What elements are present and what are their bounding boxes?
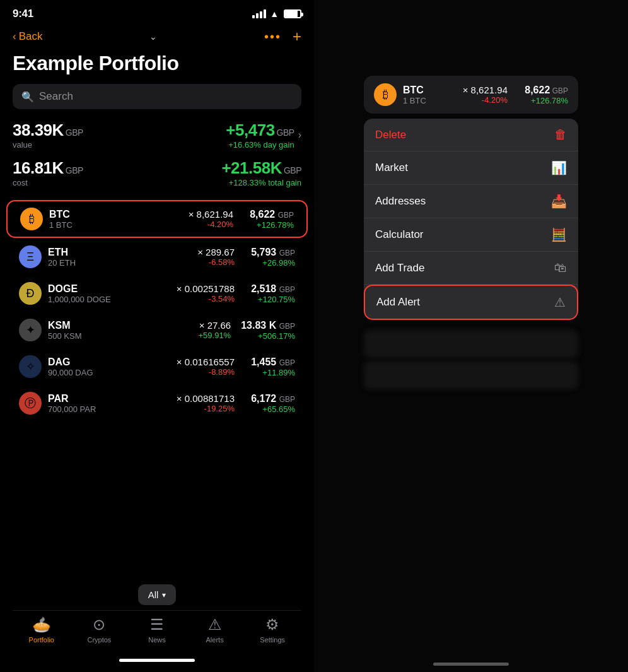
right-home-indicator: [433, 663, 509, 666]
portfolio-cost: 16.81KGBP: [13, 158, 83, 178]
context-item-icon: 📊: [551, 160, 567, 175]
crypto-name: DOGE: [48, 283, 141, 295]
crypto-amount: 700,000 PAR: [48, 404, 141, 414]
home-indicator: [119, 659, 195, 662]
crypto-multiplier: × 27.66: [139, 320, 231, 331]
btc-name: BTC: [403, 85, 455, 96]
alerts-tab-label: Alerts: [206, 636, 224, 644]
tab-news[interactable]: ☰ News: [138, 616, 176, 644]
battery-icon: [284, 9, 301, 18]
back-label: Back: [19, 30, 43, 43]
btc-change: -4.20%: [455, 95, 508, 105]
context-item-label: Addresses: [375, 195, 426, 208]
crypto-amount: 1,000,000 DOGE: [48, 295, 141, 304]
context-menu-item-add-trade[interactable]: Add Trade 🛍: [364, 252, 578, 285]
chevron-right-icon[interactable]: ›: [298, 129, 301, 141]
crypto-value: 2,518 GBP +120.75%: [245, 283, 295, 304]
blurred-rows: [364, 330, 578, 393]
crypto-price: 8,622 GBP: [243, 209, 294, 220]
context-menu-item-addresses[interactable]: Addresses 📥: [364, 185, 578, 218]
value-right: +5,473GBP +16.63% day gain ›: [226, 121, 301, 150]
status-bar: 9:41 ▲: [0, 0, 314, 25]
chevron-down-icon[interactable]: ⌄: [149, 32, 157, 42]
nav-bar: ‹ Back ⌄ ••• +: [0, 25, 314, 50]
btc-gain: +126.78%: [518, 96, 568, 105]
nav-right: ••• +: [264, 28, 301, 45]
total-gain-value: +21.58KGBP: [221, 158, 301, 178]
tab-settings[interactable]: ⚙ Settings: [253, 616, 291, 644]
right-content: ₿ BTC 1 BTC × 8,621.94 -4.20% 8,622 GBP …: [314, 0, 628, 672]
crypto-price: 5,793 GBP: [245, 247, 295, 258]
portfolio-tab-icon: 🥧: [32, 616, 51, 634]
context-item-icon: ⚠: [554, 295, 566, 310]
back-chevron-icon: ‹: [13, 30, 16, 43]
stats-section: 38.39KGBP value +5,473GBP +16.63% day ga…: [0, 121, 314, 196]
bottom-section: All ▾ 🥧 Portfolio ⊙ Cryptos ☰ News ⚠ Ale…: [0, 578, 314, 672]
crypto-amount: 1 BTC: [49, 220, 141, 230]
btc-info: BTC 1 BTC: [403, 85, 455, 105]
crypto-info: ETH 20 ETH: [48, 247, 141, 268]
total-gain-pct: +128.33% total gain: [221, 178, 301, 187]
crypto-price: 13.83 K GBP: [241, 320, 295, 331]
crypto-price: 6,172 GBP: [245, 393, 295, 404]
crypto-value: 8,622 GBP +126.78%: [243, 209, 294, 230]
settings-tab-label: Settings: [260, 636, 285, 644]
crypto-item-ksm[interactable]: ✦ KSM 500 KSM × 27.66 +59.91% 13.83 K GB…: [6, 312, 308, 348]
crypto-change: -3.54%: [141, 294, 235, 304]
crypto-info: PAR 700,000 PAR: [48, 393, 141, 414]
total-gain-block: +21.58KGBP +128.33% total gain: [221, 158, 301, 187]
context-menu: Delete 🗑 Market 📊 Addresses 📥 Calculator…: [364, 119, 578, 320]
crypto-change: -4.20%: [141, 220, 233, 229]
crypto-value: 5,793 GBP +26.98%: [245, 247, 295, 268]
status-time: 9:41: [13, 8, 33, 20]
tab-alerts[interactable]: ⚠ Alerts: [196, 616, 234, 644]
btc-selected-card: ₿ BTC 1 BTC × 8,621.94 -4.20% 8,622 GBP …: [364, 76, 578, 114]
cost-right: +21.58KGBP +128.33% total gain: [221, 158, 301, 187]
crypto-item-eth[interactable]: Ξ ETH 20 ETH × 289.67 -6.58% 5,793 GBP +…: [6, 239, 308, 274]
crypto-item-dag[interactable]: ✧ DAG 90,000 DAG × 0.01616557 -8.89% 1,4…: [6, 349, 308, 384]
tab-cryptos[interactable]: ⊙ Cryptos: [80, 616, 118, 644]
context-menu-item-delete[interactable]: Delete 🗑: [364, 119, 578, 151]
crypto-multiplier: × 8,621.94: [141, 209, 233, 220]
crypto-amount: 20 ETH: [48, 258, 141, 268]
search-icon: 🔍: [21, 91, 34, 103]
right-panel: ₿ BTC 1 BTC × 8,621.94 -4.20% 8,622 GBP …: [314, 0, 628, 672]
context-item-label: Add Trade: [375, 262, 424, 274]
day-gain-pct: +16.63% day gain: [226, 140, 294, 150]
settings-tab-icon: ⚙: [265, 616, 279, 634]
crypto-item-par[interactable]: Ⓟ PAR 700,000 PAR × 0.00881713 -19.25% 6…: [6, 386, 308, 421]
crypto-mid: × 0.00881713 -19.25%: [141, 393, 235, 413]
context-menu-item-calculator[interactable]: Calculator 🧮: [364, 218, 578, 252]
search-bar[interactable]: 🔍 Search: [13, 84, 301, 109]
crypto-change: -19.25%: [141, 404, 235, 413]
dag-icon: ✧: [19, 355, 42, 378]
day-gain-value: +5,473GBP: [226, 121, 294, 140]
context-item-icon: 🛍: [554, 261, 567, 275]
context-menu-item-add-alert[interactable]: Add Alert ⚠: [364, 285, 578, 320]
cryptos-tab-label: Cryptos: [87, 636, 111, 644]
crypto-gain: +126.78%: [243, 220, 294, 230]
crypto-value: 1,455 GBP +11.89%: [245, 357, 295, 377]
eth-icon: Ξ: [19, 245, 42, 268]
crypto-info: BTC 1 BTC: [49, 209, 141, 230]
add-button[interactable]: +: [293, 28, 301, 45]
crypto-info: DOGE 1,000,000 DOGE: [48, 283, 141, 304]
crypto-item-doge[interactable]: Ð DOGE 1,000,000 DOGE × 0.00251788 -3.54…: [6, 276, 308, 311]
crypto-item-btc[interactable]: ₿ BTC 1 BTC × 8,621.94 -4.20% 8,622 GBP …: [6, 200, 308, 238]
context-item-label: Market: [375, 162, 408, 174]
btc-mid: × 8,621.94 -4.20%: [455, 85, 508, 105]
more-options-button[interactable]: •••: [264, 30, 281, 44]
portfolio-tab-label: Portfolio: [29, 636, 54, 644]
value-label: value: [13, 140, 83, 150]
tab-portfolio[interactable]: 🥧 Portfolio: [23, 616, 61, 644]
par-icon: Ⓟ: [19, 392, 42, 415]
crypto-mid: × 0.00251788 -3.54%: [141, 283, 235, 304]
crypto-info: DAG 90,000 DAG: [48, 357, 141, 377]
back-button[interactable]: ‹ Back: [13, 30, 42, 43]
cost-left: 16.81KGBP cost: [13, 158, 83, 187]
context-menu-item-market[interactable]: Market 📊: [364, 151, 578, 185]
crypto-gain: +506.17%: [241, 331, 295, 341]
crypto-multiplier: × 289.67: [141, 247, 235, 257]
crypto-gain: +65.65%: [245, 404, 295, 414]
all-dropdown[interactable]: All ▾: [138, 584, 177, 605]
